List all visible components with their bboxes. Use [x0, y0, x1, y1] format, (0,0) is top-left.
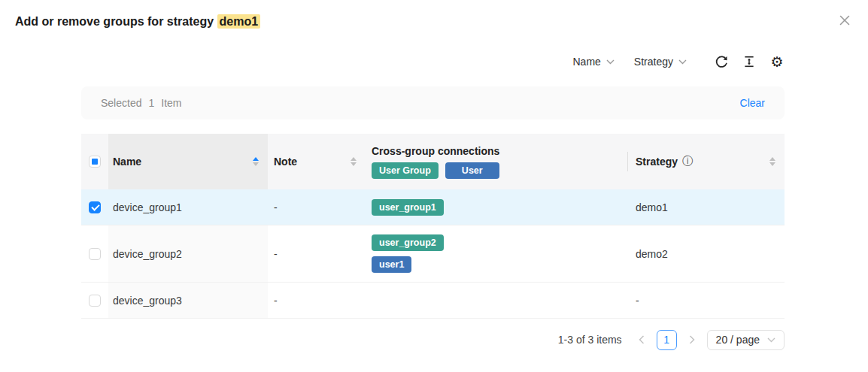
prev-page-button[interactable]: [636, 330, 648, 349]
cell-name: device_group1: [113, 201, 182, 213]
page-size-value: 20 / page: [716, 334, 760, 346]
header-strategy-label: Strategy: [636, 156, 678, 168]
refresh-icon: [715, 55, 729, 69]
cell-note: -: [274, 201, 278, 213]
chevron-down-icon: [606, 59, 615, 65]
cell-name: device_group3: [113, 295, 182, 307]
chevron-right-icon: [689, 335, 695, 344]
chevron-down-icon: [767, 337, 775, 343]
gear-icon: ⚙: [770, 55, 783, 69]
sort-desc-icon: [351, 162, 357, 166]
user-legend-badge: User: [445, 162, 499, 179]
header-note-label: Note: [274, 156, 297, 168]
table-row[interactable]: device_group1 - user_group1 demo1: [81, 189, 785, 225]
user-group-badge: user_group2: [372, 234, 444, 251]
select-all-checkbox[interactable]: [89, 156, 101, 168]
sort-asc-icon: [253, 157, 259, 161]
refresh-button[interactable]: [714, 54, 729, 69]
chevron-left-icon: [639, 335, 645, 344]
pagination-summary: 1-3 of 3 items: [558, 334, 622, 346]
sort-note-control[interactable]: [351, 157, 357, 166]
cell-note: -: [274, 248, 278, 260]
sort-asc-icon: [351, 157, 357, 161]
cross-group-legend: User Group User: [372, 162, 499, 179]
user-badge: user1: [372, 256, 411, 273]
clear-selection-link[interactable]: Clear: [740, 97, 765, 109]
filter-strategy-label: Strategy: [634, 56, 673, 68]
cell-strategy: -: [636, 295, 639, 307]
chevron-down-icon: [678, 59, 687, 65]
user-group-badge: user_group1: [372, 199, 444, 216]
user-group-legend-badge: User Group: [372, 162, 439, 179]
sort-desc-icon: [253, 162, 259, 166]
page-number-button[interactable]: 1: [657, 330, 677, 350]
row-checkbox[interactable]: [89, 248, 101, 260]
close-icon: [838, 14, 851, 27]
dialog-content: Name Strategy: [81, 51, 785, 350]
header-note[interactable]: Note: [268, 134, 366, 189]
pagination: 1-3 of 3 items 1 20 / page: [81, 329, 785, 350]
selection-count: 1: [148, 97, 154, 109]
header-strategy[interactable]: Strategy ⓘ: [627, 134, 785, 189]
next-page-button[interactable]: [686, 330, 698, 349]
info-icon[interactable]: ⓘ: [682, 155, 693, 168]
cell-strategy: demo2: [636, 248, 668, 260]
settings-button[interactable]: ⚙: [769, 54, 785, 69]
filter-strategy-dropdown[interactable]: Strategy: [634, 56, 687, 68]
cell-note: -: [274, 295, 278, 307]
selection-bar: Selected 1 Item Clear: [81, 86, 785, 119]
table-row[interactable]: device_group3 - -: [81, 283, 785, 319]
table-header-row: Name Note Cross-group connections User G…: [81, 134, 785, 189]
row-height-icon: [742, 55, 756, 68]
sort-asc-icon: [769, 157, 775, 161]
page-title: Add or remove groups for strategy demo1: [15, 15, 260, 29]
header-cross-group-label: Cross-group connections: [372, 145, 499, 157]
selection-summary: Selected 1 Item: [101, 97, 182, 109]
selection-unit: Item: [161, 97, 181, 109]
page-title-text: Add or remove groups for strategy: [15, 15, 217, 28]
page-size-select[interactable]: 20 / page: [707, 330, 785, 350]
groups-table: Name Note Cross-group connections User G…: [81, 134, 785, 319]
row-checkbox[interactable]: [89, 295, 101, 307]
strategy-name-highlight: demo1: [217, 14, 261, 29]
header-checkbox-cell: [81, 134, 108, 189]
header-name[interactable]: Name: [108, 134, 268, 189]
table-row[interactable]: device_group2 - user_group2 user1 demo2: [81, 225, 785, 283]
sort-strategy-control[interactable]: [769, 157, 775, 166]
sort-name-control[interactable]: [253, 157, 259, 166]
header-cross-group: Cross-group connections User Group User: [366, 134, 627, 189]
sort-desc-icon: [769, 162, 775, 166]
row-checkbox[interactable]: [89, 201, 101, 213]
toolbar-icons: ⚙: [714, 54, 785, 69]
filter-name-label: Name: [573, 56, 601, 68]
selection-label: Selected: [101, 97, 141, 109]
toolbar: Name Strategy: [81, 51, 785, 72]
close-button[interactable]: [835, 11, 854, 30]
row-height-button[interactable]: [742, 54, 757, 69]
filter-name-dropdown[interactable]: Name: [573, 56, 615, 68]
cell-strategy: demo1: [636, 201, 668, 213]
cell-name: device_group2: [113, 248, 182, 260]
header-name-label: Name: [113, 156, 141, 168]
